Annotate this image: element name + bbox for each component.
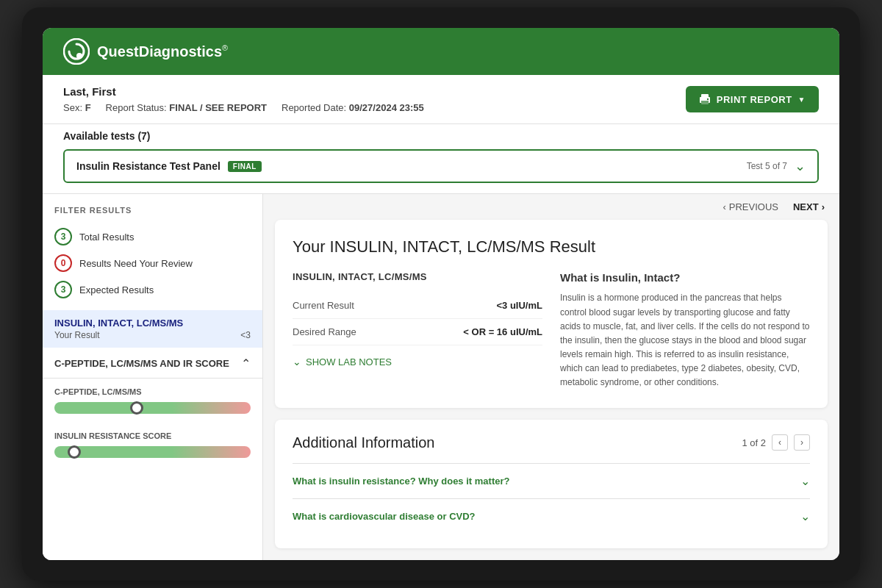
nav-item-insulin[interactable]: INSULIN, INTACT, LC/MS/MS Your Result <3 <box>43 310 262 348</box>
right-panel: ‹ PREVIOUS NEXT › Your INSULIN, INTACT, … <box>263 194 839 559</box>
result-body: INSULIN, INTACT, LC/MS/MS Current Result… <box>293 271 810 390</box>
reported-date: Reported Date: 09/27/2024 23:55 <box>282 102 424 113</box>
chart-ir-bar <box>54 446 251 458</box>
chart-cpeptide-bg <box>54 402 251 414</box>
logo-text: QuestDiagnostics® <box>97 43 228 60</box>
filter-total[interactable]: 3 Total Results <box>43 223 262 250</box>
result-card: Your INSULIN, INTACT, LC/MS/MS Result IN… <box>275 220 828 407</box>
svg-point-1 <box>76 53 82 59</box>
expected-badge: 3 <box>54 281 72 298</box>
info-pagination: 1 of 2 ‹ › <box>742 434 810 451</box>
svg-rect-5 <box>701 101 709 104</box>
panel-selector-left: Insulin Resistance Test Panel FINAL <box>76 160 262 172</box>
svg-point-6 <box>707 98 709 100</box>
faq-chevron-2: ⌄ <box>800 509 810 523</box>
what-is-title: What is Insulin, Intact? <box>560 271 810 284</box>
header: QuestDiagnostics® <box>43 28 839 75</box>
patient-bar: Last, First Sex: F Report Status: FINAL … <box>43 75 839 124</box>
print-icon <box>699 93 711 105</box>
chevron-down-icon: ▼ <box>798 96 806 104</box>
result-left: INSULIN, INTACT, LC/MS/MS Current Result… <box>293 271 542 390</box>
result-row-current: Current Result <3 uIU/mL <box>293 293 542 319</box>
sex-label: Sex: F <box>63 102 91 113</box>
nav-buttons: ‹ PREVIOUS NEXT › <box>263 194 839 220</box>
chart-ir-bg <box>54 446 251 458</box>
chart-cpeptide-section: C-PEPTIDE, LC/MS/MS <box>43 379 262 423</box>
filter-review[interactable]: 0 Results Need Your Review <box>43 250 262 276</box>
nav-item-cpeptide[interactable]: C-PEPTIDE, LC/MS/MS AND IR SCORE ⌃ <box>43 349 262 379</box>
sidebar: FILTER RESULTS 3 Total Results 0 Results… <box>43 194 263 559</box>
filter-expected[interactable]: 3 Expected Results <box>43 276 262 303</box>
final-badge: FINAL <box>228 161 262 172</box>
current-result-label: Current Result <box>293 300 354 311</box>
main-content: FILTER RESULTS 3 Total Results 0 Results… <box>43 194 839 559</box>
quest-logo-icon <box>63 38 90 65</box>
total-label: Total Results <box>79 232 134 243</box>
faq-item-1[interactable]: What is insulin resistance? Why does it … <box>293 463 810 498</box>
print-report-button[interactable]: PRINT REPORT ▼ <box>686 86 819 112</box>
chevron-down-icon: ⌄ <box>293 356 301 368</box>
status-value: FINAL / SEE REPORT <box>169 102 267 113</box>
svg-point-0 <box>64 39 89 64</box>
desired-range-value: < OR = 16 uIU/mL <box>463 326 542 337</box>
faq-question-2: What is cardiovascular disease or CVD? <box>293 511 476 522</box>
faq-question-1: What is insulin resistance? Why does it … <box>293 476 509 487</box>
show-lab-notes-button[interactable]: ⌄ SHOW LAB NOTES <box>293 345 392 368</box>
result-test-name: INSULIN, INTACT, LC/MS/MS <box>293 271 542 282</box>
faq-item-2[interactable]: What is cardiovascular disease or CVD? ⌄ <box>293 498 810 534</box>
available-tests-title: Available tests (7) <box>63 130 819 142</box>
available-tests-bar: Available tests (7) Insulin Resistance T… <box>43 124 839 194</box>
info-card-header: Additional Information 1 of 2 ‹ › <box>293 434 810 451</box>
screen: QuestDiagnostics® Last, First Sex: F Rep… <box>43 28 839 559</box>
panel-right: Test 5 of 7 ⌄ <box>747 158 806 174</box>
panel-selector[interactable]: Insulin Resistance Test Panel FINAL Test… <box>63 149 819 183</box>
chevron-down-icon: ⌄ <box>795 158 806 174</box>
chevron-up-icon: ⌃ <box>241 356 251 370</box>
next-button[interactable]: NEXT › <box>793 201 825 212</box>
chart-cpeptide-bar <box>54 402 251 414</box>
pagination-prev-button[interactable]: ‹ <box>772 434 788 451</box>
total-badge: 3 <box>54 228 72 245</box>
chart-ir-indicator <box>68 445 81 459</box>
what-is-text: Insulin is a hormone produced in the pan… <box>560 291 810 390</box>
chart-cpeptide-label: C-PEPTIDE, LC/MS/MS <box>54 387 251 396</box>
previous-button[interactable]: ‹ PREVIOUS <box>723 201 778 212</box>
additional-info-card: Additional Information 1 of 2 ‹ › What i… <box>275 420 828 548</box>
panel-count: Test 5 of 7 <box>747 161 787 171</box>
chart-cpeptide-indicator <box>130 401 143 415</box>
pagination-text: 1 of 2 <box>742 437 766 448</box>
filter-title: FILTER RESULTS <box>43 206 262 215</box>
review-label: Results Need Your Review <box>79 258 193 269</box>
patient-meta: Sex: F Report Status: FINAL / SEE REPORT… <box>63 102 424 113</box>
faq-chevron-1: ⌄ <box>800 474 810 488</box>
current-result-value: <3 uIU/mL <box>497 300 543 311</box>
pagination-next-button[interactable]: › <box>794 434 810 451</box>
review-badge: 0 <box>54 254 72 272</box>
chevron-left-icon: ‹ <box>723 201 725 212</box>
chevron-right-icon: › <box>822 201 825 212</box>
device-frame: QuestDiagnostics® Last, First Sex: F Rep… <box>22 7 860 580</box>
patient-info: Last, First Sex: F Report Status: FINAL … <box>63 85 424 113</box>
date-value: 09/27/2024 23:55 <box>349 102 424 113</box>
expected-label: Expected Results <box>79 284 154 295</box>
nav-item-insulin-sub: Your Result <3 <box>54 330 251 340</box>
nav-item-cpeptide-title: C-PEPTIDE, LC/MS/MS AND IR SCORE <box>54 358 229 369</box>
nav-item-insulin-title: INSULIN, INTACT, LC/MS/MS <box>54 318 251 329</box>
panel-name: Insulin Resistance Test Panel <box>76 160 220 172</box>
result-right: What is Insulin, Intact? Insulin is a ho… <box>560 271 810 390</box>
chart-ir-label: INSULIN RESISTANCE SCORE <box>54 431 251 440</box>
additional-info-title: Additional Information <box>293 434 434 451</box>
patient-name: Last, First <box>63 85 424 98</box>
result-title: Your INSULIN, INTACT, LC/MS/MS Result <box>293 237 810 257</box>
logo: QuestDiagnostics® <box>63 38 228 65</box>
chart-ir-section: INSULIN RESISTANCE SCORE <box>43 423 262 467</box>
desired-range-label: Desired Range <box>293 326 356 337</box>
sex-value: F <box>85 102 91 113</box>
report-status: Report Status: FINAL / SEE REPORT <box>106 102 267 113</box>
result-row-desired: Desired Range < OR = 16 uIU/mL <box>293 319 542 345</box>
